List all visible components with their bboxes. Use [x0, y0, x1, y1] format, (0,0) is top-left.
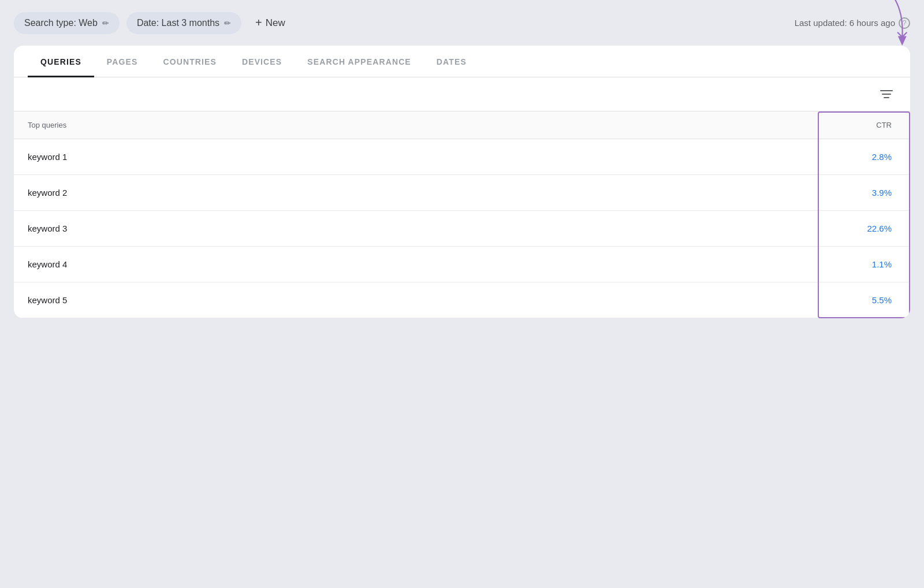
help-icon[interactable]: ?	[899, 17, 910, 29]
ctr-cell: 22.6%	[499, 211, 910, 247]
query-cell: keyword 4	[14, 247, 499, 282]
table-row: keyword 41.1%	[14, 247, 910, 282]
col-header-queries: Top queries	[14, 111, 499, 139]
table-row: keyword 23.9%	[14, 175, 910, 211]
ctr-cell: 5.5%	[499, 282, 910, 318]
search-type-chip[interactable]: Search type: Web ✏	[14, 12, 120, 34]
query-cell: keyword 5	[14, 282, 499, 318]
last-updated-label: Last updated: 6 hours ago	[795, 18, 895, 28]
date-label: Date: Last 3 months	[137, 18, 219, 28]
tab-dates[interactable]: DATES	[424, 46, 479, 77]
tab-pages[interactable]: PAGES	[94, 46, 151, 77]
plus-icon: +	[255, 16, 262, 29]
filter-button[interactable]	[877, 87, 896, 102]
filter-bar	[14, 77, 910, 111]
filter-line-1	[880, 90, 893, 91]
search-type-label: Search type: Web	[24, 18, 98, 28]
col-header-ctr: CTR	[499, 111, 910, 139]
query-cell: keyword 3	[14, 211, 499, 247]
edit-date-icon: ✏	[224, 18, 231, 28]
ctr-cell: 2.8%	[499, 139, 910, 175]
main-card: QUERIES PAGES COUNTRIES DEVICES SEARCH A…	[14, 46, 910, 318]
table-row: keyword 55.5%	[14, 282, 910, 318]
ctr-cell: 1.1%	[499, 247, 910, 282]
main-card-wrapper: QUERIES PAGES COUNTRIES DEVICES SEARCH A…	[14, 46, 910, 318]
tab-search-appearance[interactable]: SEARCH APPEARANCE	[295, 46, 424, 77]
new-button[interactable]: + New	[248, 12, 292, 34]
new-label: New	[266, 17, 285, 29]
tab-queries[interactable]: QUERIES	[28, 46, 94, 77]
tabs-bar: QUERIES PAGES COUNTRIES DEVICES SEARCH A…	[14, 46, 910, 77]
last-updated: Last updated: 6 hours ago ?	[795, 17, 910, 29]
query-cell: keyword 2	[14, 175, 499, 211]
edit-search-type-icon: ✏	[102, 18, 109, 28]
table-row: keyword 12.8%	[14, 139, 910, 175]
toolbar: Search type: Web ✏ Date: Last 3 months ✏…	[14, 12, 910, 34]
ctr-cell: 3.9%	[499, 175, 910, 211]
svg-marker-0	[898, 36, 907, 46]
queries-table: Top queries CTR keyword 12.8%keyword 23.…	[14, 111, 910, 318]
filter-line-3	[884, 97, 889, 98]
query-cell: keyword 1	[14, 139, 499, 175]
table-container: Top queries CTR keyword 12.8%keyword 23.…	[14, 111, 910, 318]
tab-countries[interactable]: COUNTRIES	[150, 46, 229, 77]
filter-line-2	[882, 94, 891, 95]
date-chip[interactable]: Date: Last 3 months ✏	[126, 12, 241, 34]
tab-devices[interactable]: DEVICES	[229, 46, 295, 77]
table-row: keyword 322.6%	[14, 211, 910, 247]
